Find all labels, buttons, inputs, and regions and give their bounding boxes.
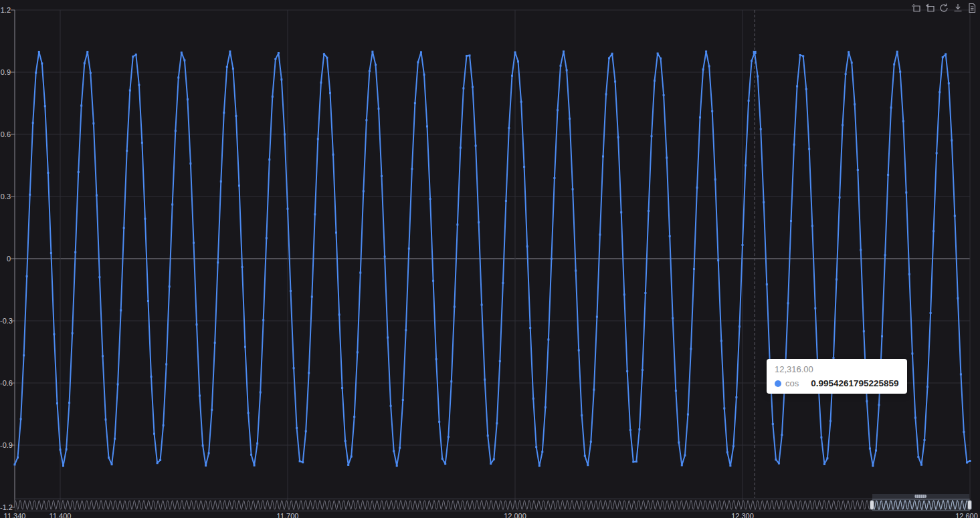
y-axis-label: -1.2 xyxy=(0,503,11,511)
y-axis-label: 0.3 xyxy=(0,192,11,201)
datazoom-handle-right[interactable] xyxy=(967,500,972,510)
y-axis-label: -0.9 xyxy=(0,441,11,449)
y-axis-label: 1.2 xyxy=(0,6,11,14)
tooltip-axis-value: 12,316.00 xyxy=(775,364,899,374)
chart-toolbox xyxy=(910,3,977,13)
datazoom-handle-left[interactable] xyxy=(870,500,874,510)
datazoom-window[interactable] xyxy=(872,499,969,511)
save-image-icon[interactable] xyxy=(953,3,963,13)
x-axis-label: 11,340 xyxy=(4,512,26,518)
y-axis-label: 0.9 xyxy=(0,68,11,76)
data-view-icon[interactable] xyxy=(967,3,977,13)
y-axis-label: -0.6 xyxy=(0,379,11,387)
y-axis-label: 0.6 xyxy=(0,130,11,138)
datazoom-minimap[interactable] xyxy=(15,499,969,511)
datazoom-move-handle[interactable] xyxy=(872,494,969,499)
restore-icon[interactable] xyxy=(939,3,949,13)
series-marker-dot xyxy=(775,380,781,387)
x-axis-label: 11,400 xyxy=(50,512,72,518)
y-axis-label: 0 xyxy=(0,255,11,263)
tooltip: 12,316.00 cos 0.9954261795225859 xyxy=(767,359,907,394)
datazoom-slider[interactable] xyxy=(15,499,970,511)
zoom-select-icon[interactable] xyxy=(910,3,921,13)
tooltip-series-value: 0.9954261795225859 xyxy=(811,378,898,388)
tooltip-series-name: cos xyxy=(785,378,799,388)
x-axis-label: 11,700 xyxy=(277,512,299,518)
x-axis-label: 12,000 xyxy=(504,512,526,518)
y-axis-label: -0.3 xyxy=(0,317,11,325)
x-axis-label: 12,600 xyxy=(955,512,978,518)
chart-app: 1.20.90.60.30-0.3-0.6-0.9-1.2 11,34011,4… xyxy=(0,0,980,518)
zoom-back-icon[interactable] xyxy=(924,3,935,13)
line-chart-plot[interactable] xyxy=(0,0,980,518)
x-axis-label: 12,300 xyxy=(731,512,754,518)
tooltip-series-row: cos 0.9954261795225859 xyxy=(775,378,899,388)
grip-icon xyxy=(914,495,926,498)
